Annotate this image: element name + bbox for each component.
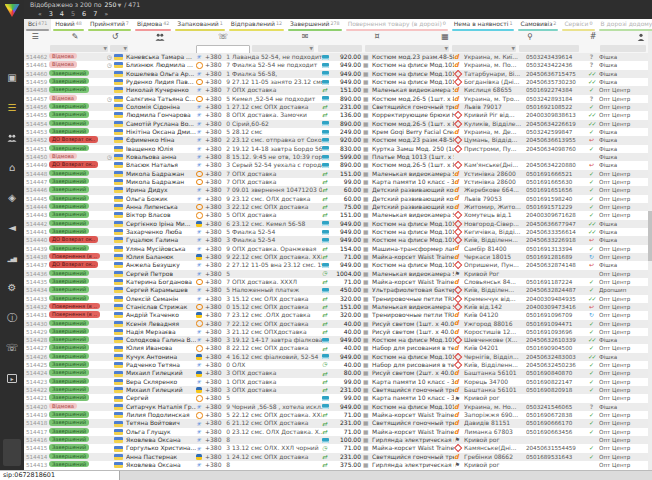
sidebar-item-support[interactable]: ☏ — [0, 333, 24, 363]
page-button-5[interactable]: 5 — [71, 9, 75, 19]
source-filter[interactable]: ▼ — [110, 45, 128, 52]
order-row[interactable]: 514457Відмова◷Салєгина Татьяна С...+3805… — [24, 95, 648, 103]
status-badge[interactable]: Завершений — [49, 270, 89, 276]
status-badge[interactable]: Завершений — [49, 245, 89, 251]
city-filter[interactable]: ▼ — [452, 45, 516, 52]
status-badge[interactable]: Завершений — [49, 278, 89, 284]
order-row[interactable]: 514414ЗавершенийАнна Пастернак+380124.12… — [24, 453, 648, 461]
sidebar-item-info[interactable]: ⓘ — [0, 303, 24, 333]
order-row[interactable]: 514441ЗавершенийЗахарченко Люба✳+3805Фиа… — [24, 228, 648, 236]
status-badge[interactable]: Завершений — [49, 369, 89, 375]
tracking-icon[interactable]: # — [590, 31, 597, 43]
order-row[interactable]: 514428ЗавершенийСолодкова Галина В...✳+3… — [24, 336, 648, 344]
money-icon[interactable]: ¤ — [374, 31, 379, 43]
order-row[interactable]: 514451ЗавершенийІващенко Юлія✳+380219.12… — [24, 145, 648, 153]
sidebar-item-settings[interactable]: ⚙ — [0, 273, 24, 303]
status-badge[interactable]: Завершений — [49, 320, 89, 326]
order-row[interactable]: 514413ЗавершенийЯковлева Оксана✳+3808⇄37… — [24, 461, 648, 469]
order-row[interactable]: 514442ЗавершенийСергієнко Іріна Ми...+38… — [24, 220, 648, 228]
order-row[interactable]: 514461Відмова◷Близнюк Людмила ...+3807Фи… — [24, 61, 648, 69]
order-row[interactable]: 514436ЗавершенийСергей Петров✳+3805◷1004… — [24, 270, 648, 278]
order-row[interactable]: 514443ЗавершенийВіктор Власов+3805ОПХ до… — [24, 211, 648, 219]
scrollbar-thumb[interactable] — [648, 211, 652, 261]
status-badge[interactable]: ДО Возврат ок.. — [49, 136, 98, 142]
order-row[interactable]: 514452ДО Возврат ок..Єфименко Ніна✳+3802… — [24, 136, 648, 144]
status-badge[interactable]: Відмова — [49, 403, 77, 409]
sidebar-item-products[interactable]: ◈ — [0, 183, 24, 213]
status-badge[interactable]: Завершений — [49, 461, 89, 467]
status-badge[interactable]: Повернення (в .. — [49, 303, 100, 309]
status-badge[interactable]: Завершений — [49, 111, 89, 117]
list-icon[interactable]: ☰ — [31, 31, 38, 43]
order-row[interactable]: 514422ЗавершенийМихаил Гилецкий+3803ОПХ … — [24, 386, 648, 394]
status-badge[interactable]: Завершений — [49, 378, 89, 384]
status-badge[interactable]: Завершений — [49, 444, 89, 450]
status-badge[interactable]: Завершений — [49, 361, 89, 367]
status-badge[interactable]: Завершений — [49, 436, 89, 442]
order-row[interactable]: 514453ЗавершенийНікітіна Оксана Дми...✳+… — [24, 128, 648, 136]
phone-icon[interactable]: ☏ — [218, 31, 228, 43]
order-row[interactable]: 514460ЗавершенийКошелева Ольга Ар...✳+38… — [24, 70, 648, 78]
order-row[interactable]: 514448ЗавершенийМикола Бадражан+3807ОПХ … — [24, 170, 648, 178]
order-row[interactable]: 514434ЗавершенийСергей Карамышев✳+3805На… — [24, 286, 648, 294]
order-row[interactable]: 514459ЗавершенийРуденко Лидия Пав...+380… — [24, 78, 648, 86]
order-row[interactable]: 514447ЗавершенийМикола Бадражан+3807ОПХ … — [24, 178, 648, 186]
status-badge[interactable]: Завершений — [49, 286, 89, 292]
status-badge[interactable]: Завершений — [49, 145, 89, 151]
page-button-6[interactable]: 6 — [82, 9, 86, 19]
order-row[interactable]: 514419ЗавершенийЛилия Подолинская+380522… — [24, 411, 648, 419]
page-button-4[interactable]: 4 — [60, 9, 64, 19]
status-badge[interactable]: Завершений — [49, 195, 89, 201]
status-badge[interactable]: Завершений — [49, 220, 89, 226]
status-badge[interactable]: Завершений — [49, 203, 89, 209]
order-row[interactable]: 514433ЗавершенийОлексій Семанін✳+380315.… — [24, 295, 648, 303]
location-icon[interactable]: ⚲ — [527, 31, 533, 43]
status-badge[interactable]: Завершений — [49, 386, 89, 392]
tab-Всі[interactable]: Всі471 — [24, 19, 51, 31]
status-badge[interactable]: Завершений — [49, 70, 89, 76]
callback-icon[interactable]: ↺ — [112, 31, 119, 43]
status-badge[interactable]: Завершений — [49, 394, 89, 400]
pencil-icon[interactable]: ✎ — [72, 31, 79, 43]
order-row[interactable]: 514449ДО Возврат ок..Власюк Наталья✳+380… — [24, 161, 648, 169]
status-badge[interactable]: ДО Возврат ок.. — [49, 236, 98, 242]
status-badge[interactable]: Завершений — [49, 428, 89, 434]
status-badge[interactable]: Завершений — [49, 211, 89, 217]
order-row[interactable]: 514438Повернення (в ..Юлия Баланюк+38092… — [24, 253, 648, 261]
order-row[interactable]: 514437ДО Возврат ок..Анжела Безушку✳+380… — [24, 261, 648, 269]
message-icon[interactable]: ✉ — [302, 31, 309, 43]
order-row[interactable]: 514455ЗавершенийЛюдмила Гончарова✳+3808О… — [24, 111, 648, 119]
status-badge[interactable]: ДО Возврат ок.. — [49, 161, 98, 167]
app-logo-icon[interactable] — [5, 4, 20, 17]
tab-Відмова[interactable]: Відмова42 — [133, 19, 173, 31]
order-row[interactable]: 514417ЗавершенийОльга Глущук✳+380023.12 … — [24, 428, 648, 436]
order-row[interactable]: 514435ЗавершенийКатерина Богданова+3807О… — [24, 278, 648, 286]
order-row[interactable]: 514432Повернення (в ..Станіслав Стрижак+… — [24, 303, 648, 311]
status-badge[interactable]: Завершений — [49, 453, 89, 459]
order-row[interactable]: 514450Відмова◷Ковальова анна✳+380815.12.… — [24, 153, 648, 161]
ttn-filter[interactable] — [519, 45, 579, 52]
status-filter[interactable]: ▼ — [50, 45, 108, 52]
status-badge[interactable]: Відмова — [49, 61, 77, 67]
manager-icon[interactable] — [637, 31, 645, 43]
sidebar-item-orders[interactable]: ☰ — [0, 93, 24, 123]
tab-Відправлений[interactable]: Відправлений12 — [227, 19, 286, 31]
status-badge[interactable]: Завершений — [49, 170, 89, 176]
status-badge[interactable]: Відмова — [49, 153, 77, 159]
order-row[interactable]: 514446ЗавершенийИрина Дидух✳+380709.01 з… — [24, 186, 648, 194]
status-badge[interactable]: Завершений — [49, 411, 89, 417]
order-row[interactable]: 514430ЗавершенийКсенія Левадняя+380722.1… — [24, 320, 648, 328]
status-badge[interactable]: Завершений — [49, 128, 89, 134]
order-row[interactable]: 514431Повернення (в ..Андрій Ткаченко+38… — [24, 311, 648, 319]
order-row[interactable]: 514445ЗавершенийОльга Божик✳+380923.12 с… — [24, 195, 648, 203]
status-badge[interactable]: Завершений — [49, 86, 89, 92]
status-badge[interactable]: Завершений — [49, 178, 89, 184]
order-row[interactable]: 514429ЗавершенийНадія Мерзаєва✳+380321.1… — [24, 328, 648, 336]
order-row[interactable]: 514427ЗавершенийЮлия Иванова+380822.12 с… — [24, 344, 648, 352]
tab-Запакований[interactable]: Запакований1 — [173, 19, 226, 31]
order-row[interactable]: 514426ЗавершенийКучук Антонина+380416.12… — [24, 353, 648, 361]
sidebar-item-company[interactable]: ⌂ — [0, 153, 24, 183]
sidebar-bottom-widget[interactable] — [3, 439, 21, 466]
order-row[interactable]: 514425ЗавершенийРадченко Тетяна✳+3800ОЛХ… — [24, 361, 648, 369]
status-badge[interactable]: Відмова — [49, 95, 77, 101]
